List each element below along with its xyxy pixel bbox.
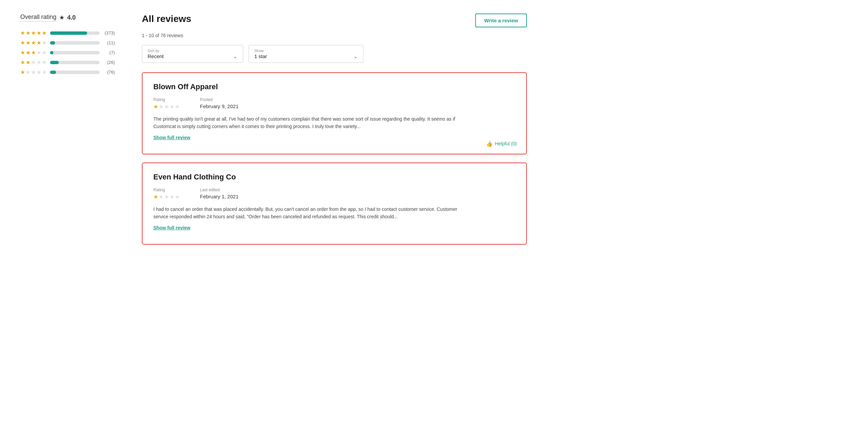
- review-date-2: February 1, 2021: [200, 194, 238, 199]
- right-panel: All reviews Write a review 1 - 10 of 76 …: [142, 14, 527, 253]
- review-date-meta-1: Posted February 9, 2021: [200, 97, 238, 110]
- review-meta-1: Rating ★ ★ ★ ★ ★ Posted February 9, 2021: [153, 97, 515, 110]
- star-icon: ★: [42, 30, 47, 36]
- show-full-review-link-1[interactable]: Show full review: [153, 135, 190, 140]
- star-icon: ★: [175, 194, 180, 200]
- star-icon: ★: [26, 30, 30, 36]
- star-icon: ★: [20, 40, 25, 46]
- helpful-label-1: Helpful (0): [495, 141, 517, 146]
- star-icon: ★: [31, 69, 36, 75]
- star-icon: ★: [31, 30, 36, 36]
- bar-container-1: [50, 71, 100, 74]
- star-icon: ★: [42, 40, 47, 46]
- star-icon: ★: [36, 30, 41, 36]
- star-icon: ★: [42, 69, 47, 75]
- star-icon: ★: [175, 103, 180, 110]
- star-icon: ★: [26, 40, 30, 46]
- rating-label-2: Rating: [153, 188, 180, 192]
- bar-fill-5: [50, 31, 87, 35]
- star-icon: ★: [26, 49, 30, 56]
- sort-by-inner: Recent ⌄: [148, 53, 237, 59]
- sort-by-value: Recent: [148, 53, 164, 59]
- page-container: Overall rating ★ 4.0 ★ ★ ★ ★ ★ (373): [20, 14, 527, 253]
- review-card-1: Blown Off Apparel Rating ★ ★ ★ ★ ★ Poste…: [142, 72, 527, 154]
- review-date-1: February 9, 2021: [200, 103, 238, 109]
- review-card-2: Even Hand Clothing Co Rating ★ ★ ★ ★ ★ L…: [142, 163, 527, 245]
- bar-count-4: (11): [103, 40, 115, 45]
- review-store-name-2: Even Hand Clothing Co: [153, 173, 515, 181]
- chevron-down-icon: ⌄: [233, 54, 237, 59]
- star-icon: ★: [153, 103, 158, 110]
- left-panel: Overall rating ★ 4.0 ★ ★ ★ ★ ★ (373): [20, 14, 115, 253]
- write-review-button[interactable]: Write a review: [475, 14, 527, 27]
- star-icon: ★: [164, 194, 169, 200]
- bar-container-3: [50, 51, 100, 54]
- star-icon: ★: [36, 69, 41, 75]
- bar-fill-1: [50, 71, 56, 74]
- review-date-meta-2: Last edited February 1, 2021: [200, 188, 238, 200]
- rating-bars: ★ ★ ★ ★ ★ (373) ★ ★ ★ ★ ★: [20, 30, 115, 75]
- rating-row-5: ★ ★ ★ ★ ★ (373): [20, 30, 115, 36]
- review-stars-1: ★ ★ ★ ★ ★: [153, 103, 180, 110]
- star-icon: ★: [31, 40, 36, 46]
- helpful-button-1[interactable]: 👍 Helpful (0): [486, 141, 517, 147]
- bar-container-4: [50, 41, 100, 45]
- star-icon: ★: [36, 49, 41, 56]
- show-full-review-link-2[interactable]: Show full review: [153, 225, 190, 230]
- review-text-1: The printing quality isn't great at all,…: [153, 115, 457, 130]
- sort-by-dropdown[interactable]: Sort by Recent ⌄: [142, 45, 243, 63]
- stars-5: ★ ★ ★ ★ ★: [20, 30, 47, 36]
- bar-fill-4: [50, 41, 55, 45]
- star-icon: ★: [36, 40, 41, 46]
- rating-label-1: Rating: [153, 97, 180, 102]
- show-value: 1 star: [254, 53, 267, 59]
- date-label-2: Last edited: [200, 188, 238, 192]
- rating-row-1: ★ ★ ★ ★ ★ (76): [20, 69, 115, 75]
- star-icon: ★: [170, 103, 174, 110]
- overall-rating-value: 4.0: [67, 14, 76, 21]
- show-label: Show: [254, 49, 358, 53]
- star-icon: ★: [20, 69, 25, 75]
- rating-row-3: ★ ★ ★ ★ ★ (7): [20, 49, 115, 56]
- star-icon: ★: [26, 69, 30, 75]
- rating-row-4: ★ ★ ★ ★ ★ (11): [20, 40, 115, 46]
- reviews-title: All reviews: [142, 14, 191, 24]
- overall-rating-star-icon: ★: [59, 14, 65, 21]
- star-icon: ★: [20, 49, 25, 56]
- star-icon: ★: [170, 194, 174, 200]
- bar-container-5: [50, 31, 100, 35]
- star-icon: ★: [20, 59, 25, 66]
- overall-rating-label: Overall rating: [20, 14, 56, 22]
- review-rating-meta-2: Rating ★ ★ ★ ★ ★: [153, 188, 180, 200]
- stars-2: ★ ★ ★ ★ ★: [20, 59, 47, 66]
- date-label-1: Posted: [200, 97, 238, 102]
- star-icon: ★: [153, 194, 158, 200]
- bar-fill-2: [50, 61, 59, 64]
- thumbs-up-icon: 👍: [486, 141, 493, 147]
- overall-rating: Overall rating ★ 4.0: [20, 14, 115, 22]
- review-rating-meta-1: Rating ★ ★ ★ ★ ★: [153, 97, 180, 110]
- stars-3: ★ ★ ★ ★ ★: [20, 49, 47, 56]
- star-icon: ★: [26, 59, 30, 66]
- stars-4: ★ ★ ★ ★ ★: [20, 40, 47, 46]
- reviews-count: 1 - 10 of 76 reviews: [142, 33, 527, 38]
- stars-1: ★ ★ ★ ★ ★: [20, 69, 47, 75]
- star-icon: ★: [36, 59, 41, 66]
- bar-count-1: (76): [103, 70, 115, 75]
- star-icon: ★: [31, 59, 36, 66]
- chevron-down-icon: ⌄: [354, 54, 358, 59]
- star-icon: ★: [31, 49, 36, 56]
- bar-container-2: [50, 61, 100, 64]
- bar-count-2: (26): [103, 60, 115, 65]
- show-inner: 1 star ⌄: [254, 53, 358, 59]
- star-icon: ★: [42, 49, 47, 56]
- star-icon: ★: [42, 59, 47, 66]
- show-dropdown[interactable]: Show 1 star ⌄: [249, 45, 363, 63]
- sort-by-label: Sort by: [148, 49, 237, 53]
- reviews-header: All reviews Write a review: [142, 14, 527, 27]
- bar-count-5: (373): [103, 30, 115, 35]
- filters-row: Sort by Recent ⌄ Show 1 star ⌄: [142, 45, 527, 63]
- star-icon: ★: [159, 194, 163, 200]
- review-store-name-1: Blown Off Apparel: [153, 82, 515, 91]
- star-icon: ★: [20, 30, 25, 36]
